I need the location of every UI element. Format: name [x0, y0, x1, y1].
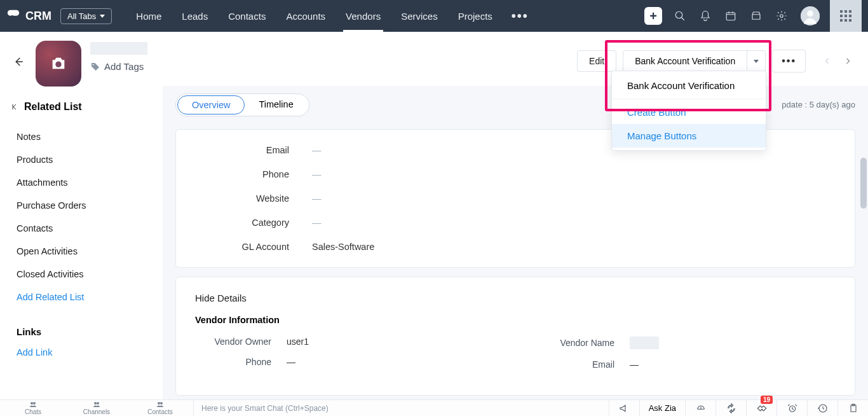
sidebar-item-closed-activities[interactable]: Closed Activities [11, 263, 151, 286]
vendor-name-value [630, 336, 659, 349]
header-actions: Edit Bank Account Verification ••• [577, 50, 857, 73]
chats-icon [29, 401, 37, 408]
svg-point-8 [33, 402, 36, 405]
bottom-tab-channels[interactable]: Channels [69, 401, 125, 415]
alarm-icon[interactable] [776, 400, 807, 416]
phone-value: — [312, 169, 322, 179]
sidebar-item-attachments[interactable]: Attachments [11, 171, 151, 194]
sidebar-item-open-activities[interactable]: Open Activities [11, 240, 151, 263]
caret-down-icon [754, 60, 759, 63]
scrollbar-thumb[interactable] [860, 158, 867, 209]
primary-split-button: Bank Account Verification [623, 50, 766, 72]
website-label: Website [195, 193, 312, 204]
vendor-name-label: Vendor Name [515, 338, 630, 348]
sidebar: Related List NotesProductsAttachmentsPur… [0, 86, 163, 399]
nav-right: + [644, 0, 862, 32]
back-arrow-icon[interactable] [13, 56, 24, 70]
smart-chat-input[interactable]: Here is your Smart Chat (Ctrl+Space) [193, 400, 609, 416]
add-button[interactable]: + [644, 7, 662, 25]
dropdown-create-button[interactable]: Create Button [612, 101, 766, 124]
store-icon[interactable] [745, 0, 768, 32]
dropdown-manage-buttons[interactable]: Manage Buttons [612, 124, 766, 148]
add-related-list-link[interactable]: Add Related List [11, 286, 151, 309]
svg-point-11 [158, 402, 160, 405]
nav-link-home[interactable]: Home [126, 0, 172, 32]
dropdown-divider [612, 99, 766, 99]
next-record-arrow[interactable] [839, 50, 857, 72]
tab-timeline[interactable]: Timeline [245, 95, 307, 114]
prev-record-arrow[interactable] [818, 50, 836, 72]
nav-link-services[interactable]: Services [391, 0, 448, 32]
record-nav-arrows [818, 50, 857, 72]
details-card: Hide Details Vendor Information Vendor O… [175, 277, 855, 396]
svg-point-7 [31, 402, 33, 405]
announcement-icon[interactable] [609, 400, 639, 416]
nav-link-vendors[interactable]: Vendors [336, 0, 391, 32]
phone-label: Phone [195, 169, 312, 179]
phone2-label: Phone [195, 357, 287, 367]
svg-point-9 [94, 402, 97, 405]
bell-icon[interactable] [694, 0, 717, 32]
nav-link-contacts[interactable]: Contacts [218, 0, 276, 32]
gl-account-label: GL Account [195, 242, 312, 252]
add-tags-label: Add Tags [104, 61, 144, 72]
edit-button[interactable]: Edit [577, 50, 616, 72]
vendor-owner-value: user1 [287, 336, 309, 347]
primary-button-label[interactable]: Bank Account Verification [623, 51, 747, 71]
last-update-value: 5 day(s) ago [810, 100, 855, 109]
tab-overview[interactable]: Overview [177, 95, 245, 114]
logo-icon [6, 8, 20, 24]
primary-button-arrow[interactable] [747, 51, 765, 71]
ask-zia-button[interactable]: Ask Zia [639, 400, 685, 416]
collapse-icon[interactable] [11, 103, 19, 111]
add-tags-button[interactable]: Add Tags [90, 61, 568, 72]
channels-icon [92, 401, 101, 408]
bottom-tab-chats[interactable]: Chats [5, 401, 61, 415]
view-tabs: Overview Timeline [175, 94, 309, 116]
svg-point-2 [780, 15, 783, 18]
handshake-icon[interactable]: 19 [746, 400, 776, 416]
sync-icon[interactable] [715, 400, 746, 416]
sidebar-item-contacts[interactable]: Contacts [11, 217, 151, 240]
bottom-left-tabs: ChatsChannelsContacts [0, 401, 193, 415]
calendar-icon[interactable] [719, 0, 742, 32]
gear-icon[interactable] [770, 0, 793, 32]
apps-grid-icon[interactable] [830, 0, 862, 32]
sidebar-item-purchase-orders[interactable]: Purchase Orders [11, 194, 151, 217]
record-title-area: Add Tags [90, 41, 568, 72]
bottom-bar: ChatsChannelsContacts Here is your Smart… [0, 399, 868, 416]
button-dropdown: Bank Account Verification Create Button … [611, 71, 766, 151]
tag-icon [90, 62, 100, 72]
last-update-prefix: pdate : [782, 100, 809, 109]
sidebar-item-products[interactable]: Products [11, 148, 151, 171]
email2-value: — [630, 359, 639, 370]
search-icon[interactable] [668, 0, 691, 32]
vendor-owner-label: Vendor Owner [195, 336, 287, 347]
add-link-link[interactable]: Add Link [11, 341, 151, 364]
dropdown-item-bav[interactable]: Bank Account Verification [612, 74, 766, 97]
vendor-info-title: Vendor Information [195, 315, 836, 325]
record-image[interactable] [36, 41, 81, 87]
category-label: Category [195, 218, 312, 228]
all-tabs-dropdown[interactable]: All Tabs [60, 8, 112, 24]
app-name: CRM [25, 10, 51, 23]
clipboard-icon[interactable] [837, 400, 868, 416]
more-actions-button[interactable]: ••• [772, 50, 806, 73]
hide-details-toggle[interactable]: Hide Details [195, 293, 836, 303]
dashboard-icon[interactable] [685, 400, 715, 416]
links-section-title: Links [11, 322, 151, 341]
related-list-title: Related List [24, 101, 82, 113]
email2-label: Email [515, 359, 630, 370]
gl-account-value: Sales-Software [312, 242, 374, 252]
history-icon[interactable] [807, 400, 837, 416]
avatar[interactable] [801, 6, 820, 25]
nav-link-leads[interactable]: Leads [172, 0, 218, 32]
notification-badge: 19 [761, 396, 773, 404]
bottom-tab-contacts[interactable]: Contacts [132, 401, 188, 415]
nav-link-accounts[interactable]: Accounts [276, 0, 336, 32]
sidebar-item-notes[interactable]: Notes [11, 125, 151, 148]
nav-more-icon[interactable]: ••• [503, 9, 538, 24]
nav-link-projects[interactable]: Projects [448, 0, 503, 32]
top-nav: CRM All Tabs HomeLeadsContactsAccountsVe… [0, 0, 868, 32]
logo-area: CRM [6, 8, 51, 24]
